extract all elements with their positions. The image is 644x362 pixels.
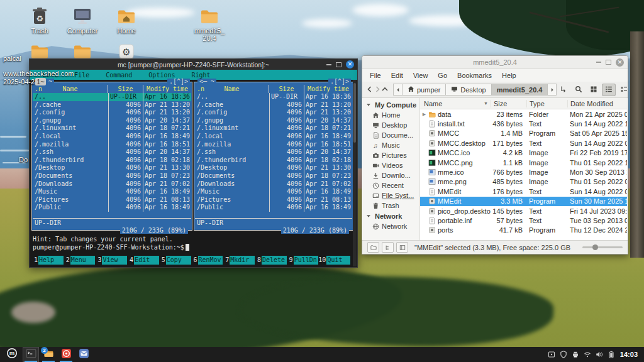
mc-file-row-thunderbird[interactable]: /.thunderbird4096Apr 18 02:18 xyxy=(33,156,191,165)
file-row-pico-drop-desktop[interactable]: pico_drop.desktop145 bytesTextFri 14 Jul… xyxy=(420,206,627,216)
sidebar-item-docume[interactable]: Docume... xyxy=(363,130,419,140)
mc-file-row-thunderbird[interactable]: /.thunderbird4096Apr 18 02:18 xyxy=(195,156,352,165)
mc-file-row-ssh[interactable]: /.ssh4096Apr 20 14:37 xyxy=(195,148,352,156)
zoom-slider[interactable] xyxy=(582,246,623,248)
shield-icon[interactable] xyxy=(560,351,567,358)
breadcrumb-scroll-left[interactable] xyxy=(393,84,402,96)
fm-menu-go[interactable]: Go xyxy=(433,72,452,79)
fm-menu-view[interactable]: View xyxy=(408,72,433,79)
file-row-data[interactable]: ▶data23 itemsFolderMon 21 Apr 2025 07: xyxy=(420,109,627,119)
minimize-button[interactable] xyxy=(596,62,601,63)
mc-file-row-linuxmint[interactable]: /.linuxmint4096Apr 18 07:21 xyxy=(33,124,191,133)
file-row-portable-inf[interactable]: portable.inf57 bytesTextTue 03 Sep 2013 … xyxy=(420,216,627,225)
desktop-icon-home[interactable]: Home xyxy=(114,6,138,35)
mc-file-row-config[interactable]: /.config4096Apr 21 13:20 xyxy=(195,109,352,117)
sidebar-places-button[interactable] xyxy=(367,242,379,253)
mc-menu-right[interactable]: Right xyxy=(184,72,219,79)
taskbar-menu-button[interactable]: m xyxy=(3,347,21,362)
mc-file-row-downloads[interactable]: /Downloads4096Apr 21 07:02 xyxy=(195,180,352,189)
mc-file-row-config[interactable]: /.config4096Apr 21 13:20 xyxy=(33,109,191,117)
taskbar-files-button[interactable]: 2 xyxy=(40,347,57,362)
shell-prompt[interactable]: pumper@pumper-HP-Z240-SFF-Workstation:~$ xyxy=(33,244,189,251)
mc-fnkey-menu[interactable]: 2Menu xyxy=(64,256,96,265)
desktop-icon-mmedit5-folder[interactable]: mmedit5_20.4 xyxy=(197,6,221,42)
mc-file-row-cache[interactable]: /.cache4096Apr 21 13:20 xyxy=(195,101,352,109)
mc-file-row-local[interactable]: /.local4096Apr 16 18:49 xyxy=(33,133,191,141)
mc-file-row-linuxmint[interactable]: /.linuxmint4096Apr 18 07:21 xyxy=(195,124,352,133)
mc-menu-left[interactable]: Left xyxy=(35,72,66,79)
terminal-scrollbar[interactable] xyxy=(353,80,357,266)
mc-file-row-ssh[interactable]: /.ssh4096Apr 20 14:37 xyxy=(33,148,191,156)
mc-file-row-desktop[interactable]: /Desktop4096Apr 21 13:30 xyxy=(195,164,352,172)
back-button[interactable] xyxy=(366,84,374,96)
close-button[interactable]: ✕ xyxy=(616,58,624,67)
sidebar-item-desktop[interactable]: Desktop xyxy=(363,120,419,130)
fm-menu-edit[interactable]: Edit xyxy=(386,72,408,79)
mc-file-row-documents[interactable]: /Documents4096Apr 18 07:23 xyxy=(195,172,352,180)
sidebar-treeview-button[interactable] xyxy=(382,242,394,253)
fm-menu-bookmarks[interactable]: Bookmarks xyxy=(452,72,497,79)
mc-titlebar[interactable]: mc [pumper@pumper-HP-Z240-SFF-Workstatio… xyxy=(30,59,357,70)
volume-icon[interactable] xyxy=(596,351,603,358)
expander-icon[interactable]: ▶ xyxy=(422,112,426,117)
mc-fnkey-copy[interactable]: 5Copy xyxy=(159,256,191,265)
column-header-date-modified[interactable]: Date Modified xyxy=(567,100,627,107)
column-header-type[interactable]: Type xyxy=(526,100,567,107)
up-button[interactable] xyxy=(381,84,389,96)
sidebar-item-recent[interactable]: Recent xyxy=(363,180,419,190)
clock[interactable]: 14:03 xyxy=(620,351,641,358)
sidebar-item-file-syst[interactable]: File Syst... xyxy=(363,190,419,200)
compact-view-button[interactable] xyxy=(617,84,631,96)
sidebar-item-downlo[interactable]: Downlo... xyxy=(363,170,419,180)
breadcrumb-pumper[interactable]: pumper xyxy=(402,84,446,96)
desktop-icon-trash[interactable]: ♻Trash xyxy=(28,6,52,35)
breadcrumb-mmedit5-20-4[interactable]: mmedit5_20.4 xyxy=(491,84,548,96)
mc-fnkey-delete[interactable]: 8Delete xyxy=(255,256,287,265)
taskbar-mail-button[interactable] xyxy=(75,347,92,362)
mc-menu-command[interactable]: Command xyxy=(97,72,140,79)
mc-fnkey-pulldn[interactable]: 9PullDn xyxy=(287,256,319,265)
mc-menu-options[interactable]: Options xyxy=(140,72,183,79)
fm-menu-file[interactable]: File xyxy=(365,72,386,79)
mc-file-row-gnupg[interactable]: /.gnupg4096Apr 20 14:37 xyxy=(33,117,191,125)
mc-file-row-mozilla[interactable]: /.mozilla4096Apr 16 18:51 xyxy=(33,141,191,149)
file-row-ports[interactable]: ports41.7 kBProgramThu 12 Dec 2024 23: xyxy=(420,226,627,235)
taskbar-terminal-button[interactable] xyxy=(23,347,39,362)
wifi-icon[interactable] xyxy=(584,351,591,358)
mc-fnkey-edit[interactable]: 4Edit xyxy=(127,256,159,265)
battery-icon[interactable] xyxy=(608,351,615,358)
file-row-mmcc-png[interactable]: MMCC.png1.1 kBImageThu 01 Sep 2022 13: xyxy=(420,158,627,167)
mc-fnkey-help[interactable]: 1Help xyxy=(31,256,64,265)
forward-button[interactable] xyxy=(374,84,381,96)
mc-fnkey-renmov[interactable]: 6RenMov xyxy=(191,256,223,265)
mc-file-row-gnupg[interactable]: /.gnupg4096Apr 20 14:37 xyxy=(195,117,352,125)
mc-file-row-local[interactable]: /.local4096Apr 16 18:49 xyxy=(195,133,352,141)
maximize-button[interactable] xyxy=(336,62,341,67)
fm-menu-help[interactable]: Help xyxy=(497,72,521,79)
edit-location-button[interactable] xyxy=(557,84,570,96)
mc-file-row-pictures[interactable]: /Pictures4096Apr 21 08:13 xyxy=(195,196,352,204)
mc-file-row-mozilla[interactable]: /.mozilla4096Apr 16 18:51 xyxy=(195,141,352,149)
list-view-button[interactable] xyxy=(602,84,616,96)
printer-icon[interactable] xyxy=(572,351,579,358)
maximize-button[interactable] xyxy=(606,60,611,65)
taskbar-firefox-button[interactable] xyxy=(58,347,74,362)
mc-file-row-documents[interactable]: /Documents4096Apr 18 07:23 xyxy=(33,172,191,180)
file-row-mmcc[interactable]: MMCC1.4 MBProgramSat 05 Apr 2025 15: xyxy=(420,129,627,138)
mc-file-row-pictures[interactable]: /Pictures4096Apr 21 08:13 xyxy=(33,196,191,204)
zoom-slider-thumb[interactable] xyxy=(592,244,598,250)
mc-file-row-[interactable]: /..UP--DIRApr 16 18:36 xyxy=(33,93,191,101)
sidebar-item-my-compute[interactable]: My Compute xyxy=(363,99,419,110)
mc-fnkey-view[interactable]: 3View xyxy=(95,256,127,265)
breadcrumb-desktop[interactable]: Desktop xyxy=(445,84,491,96)
mc-fnkey-quit[interactable]: 10Quit xyxy=(318,256,350,265)
mc-fnkey-mkdir[interactable]: 7Mkdir xyxy=(223,256,255,265)
sidebar-item-home[interactable]: Home xyxy=(363,110,419,120)
sidebar-item-videos[interactable]: Videos xyxy=(363,160,419,170)
icon-view-button[interactable] xyxy=(587,84,601,96)
file-row-mmcc-desktop[interactable]: MMCC.desktop171 bytesTextSun 14 Aug 2022… xyxy=(420,138,627,148)
file-row-mme-png[interactable]: mme.png485 bytesImageThu 01 Sep 2022 07: xyxy=(420,177,627,187)
mc-file-row-public[interactable]: /Public4096Apr 16 18:49 xyxy=(195,204,352,212)
sidebar-hide-button[interactable] xyxy=(396,242,408,253)
mc-file-row-downloads[interactable]: /Downloads4096Apr 21 07:02 xyxy=(33,180,191,189)
